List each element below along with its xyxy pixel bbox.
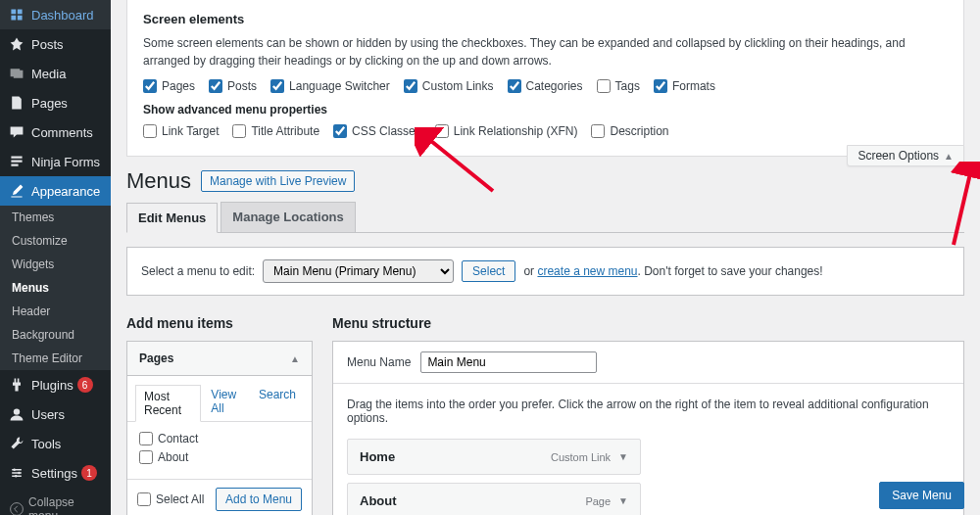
menus-tab-bar: Edit Menus Manage Locations — [126, 202, 964, 233]
cb-link-relationship[interactable]: Link Relationship (XFN) — [435, 124, 578, 138]
cb-link-target[interactable]: Link Target — [143, 124, 219, 138]
menu-name-label: Menu Name — [347, 355, 411, 369]
select-suffix: . Don't forget to save your changes! — [638, 264, 823, 278]
cb-tags[interactable]: Tags — [597, 79, 640, 93]
add-items-column: Add menu items Pages ▲ Most Recent View … — [126, 315, 313, 515]
page-icon — [8, 94, 25, 112]
drag-hint: Drag the items into the order you prefer… — [333, 384, 963, 439]
sidebar-label: Comments — [31, 125, 93, 140]
save-menu-button[interactable]: Save Menu — [879, 482, 964, 509]
tab-manage-locations[interactable]: Manage Locations — [220, 202, 355, 232]
sidebar-item-dashboard[interactable]: Dashboard — [0, 0, 111, 29]
manage-live-preview-button[interactable]: Manage with Live Preview — [201, 170, 355, 192]
submenu-widgets[interactable]: Widgets — [0, 253, 111, 276]
add-to-menu-button[interactable]: Add to Menu — [216, 488, 302, 511]
brush-icon — [8, 182, 25, 200]
cb-css-classes[interactable]: CSS Classes — [333, 124, 421, 138]
collapse-label: Collapse menu — [28, 495, 103, 515]
submenu-customize[interactable]: Customize — [0, 229, 111, 253]
cb-categories[interactable]: Categories — [508, 79, 583, 93]
collapse-icon — [8, 500, 24, 515]
user-icon — [8, 405, 25, 423]
select-menu-label: Select a menu to edit: — [141, 264, 255, 278]
cb-language-switcher[interactable]: Language Switcher — [270, 79, 390, 93]
screen-elements-heading: Screen elements — [143, 12, 948, 26]
page-item-contact[interactable]: Contact — [139, 432, 300, 445]
menu-structure-panel: Menu Name Drag the items into the order … — [332, 341, 964, 515]
sidebar-item-users[interactable]: Users — [0, 399, 111, 429]
sidebar-label: Posts — [31, 37, 64, 52]
menu-name-input[interactable] — [420, 351, 597, 373]
sidebar-item-comments[interactable]: Comments — [0, 117, 111, 147]
sidebar-item-appearance[interactable]: Appearance — [0, 176, 111, 206]
chevron-down-icon: ▼ — [618, 451, 628, 462]
sidebar-item-ninja-forms[interactable]: Ninja Forms — [0, 147, 111, 176]
menu-item-about[interactable]: About Page▼ — [347, 483, 641, 515]
inner-tab-most-recent[interactable]: Most Recent — [135, 385, 201, 422]
cb-pages[interactable]: Pages — [143, 79, 195, 93]
submenu-theme-editor[interactable]: Theme Editor — [0, 347, 111, 370]
svg-point-4 — [10, 503, 23, 515]
settings-icon — [8, 464, 25, 482]
appearance-submenu: Themes Customize Widgets Menus Header Ba… — [0, 206, 111, 370]
update-badge: 6 — [77, 377, 93, 393]
screen-options-toggle[interactable]: Screen Options ▲ — [847, 145, 964, 166]
sidebar-label: Appearance — [31, 184, 100, 199]
svg-point-2 — [18, 472, 20, 474]
sidebar-item-media[interactable]: Media — [0, 59, 111, 88]
inner-tab-view-all[interactable]: View All — [203, 384, 249, 421]
select-all-checkbox[interactable]: Select All — [137, 492, 204, 506]
select-menu-box: Select a menu to edit: Main Menu (Primar… — [126, 247, 964, 296]
sidebar-item-tools[interactable]: Tools — [0, 429, 111, 458]
submenu-menus[interactable]: Menus — [0, 276, 111, 300]
cb-formats[interactable]: Formats — [654, 79, 715, 93]
submenu-header[interactable]: Header — [0, 300, 111, 323]
update-badge: 1 — [81, 465, 97, 481]
collapse-menu-button[interactable]: Collapse menu — [0, 488, 111, 515]
pin-icon — [8, 35, 25, 53]
sidebar-label: Tools — [31, 437, 61, 451]
svg-point-1 — [13, 469, 15, 471]
menu-structure-heading: Menu structure — [332, 315, 964, 331]
inner-tab-search[interactable]: Search — [251, 384, 304, 421]
menu-structure-column: Menu structure Menu Name Drag the items … — [332, 315, 964, 515]
cb-description[interactable]: Description — [591, 124, 668, 138]
accordion-pages-body: Most Recent View All Search Contact Abou… — [127, 375, 312, 515]
submenu-background[interactable]: Background — [0, 323, 111, 347]
advanced-properties-heading: Show advanced menu properties — [143, 103, 948, 117]
chevron-up-icon: ▲ — [290, 353, 300, 364]
dashboard-icon — [8, 6, 25, 23]
menu-item-home[interactable]: Home Custom Link▼ — [347, 439, 641, 475]
page-item-about[interactable]: About — [139, 450, 300, 464]
sidebar-label: Ninja Forms — [31, 155, 100, 169]
add-items-heading: Add menu items — [126, 315, 313, 331]
create-new-menu-link[interactable]: create a new menu — [537, 264, 637, 278]
wrench-icon — [8, 435, 25, 452]
screen-elements-checkboxes: Pages Posts Language Switcher Custom Lin… — [143, 79, 948, 93]
tab-edit-menus[interactable]: Edit Menus — [126, 203, 218, 233]
sidebar-item-plugins[interactable]: Plugins 6 — [0, 370, 111, 399]
accordion-pages: Pages ▲ Most Recent View All Search Cont… — [126, 341, 313, 515]
media-icon — [8, 65, 25, 82]
svg-point-3 — [15, 475, 17, 477]
page-heading-row: Menus Manage with Live Preview — [126, 168, 964, 194]
sidebar-label: Users — [31, 407, 65, 422]
cb-title-attribute[interactable]: Title Attribute — [232, 124, 319, 138]
sidebar-item-settings[interactable]: Settings 1 — [0, 458, 111, 488]
screen-options-label: Screen Options — [858, 149, 939, 163]
accordion-pages-head[interactable]: Pages ▲ — [127, 342, 312, 375]
admin-sidebar: Dashboard Posts Media Pages Comments Nin… — [0, 0, 111, 515]
chevron-down-icon: ▼ — [618, 495, 628, 506]
sidebar-item-pages[interactable]: Pages — [0, 88, 111, 117]
accordion-pages-footer: Select All Add to Menu — [127, 479, 312, 515]
cb-posts[interactable]: Posts — [209, 79, 257, 93]
sidebar-item-posts[interactable]: Posts — [0, 29, 111, 59]
submenu-themes[interactable]: Themes — [0, 206, 111, 229]
cb-custom-links[interactable]: Custom Links — [404, 79, 494, 93]
pages-check-list: Contact About — [127, 422, 312, 479]
plugin-icon — [8, 376, 25, 394]
menu-items-list: Home Custom Link▼ About Page▼ Contact Pa… — [333, 439, 963, 515]
menu-select-dropdown[interactable]: Main Menu (Primary Menu) — [263, 259, 454, 283]
select-button[interactable]: Select — [462, 260, 515, 282]
or-text: or — [523, 264, 534, 278]
